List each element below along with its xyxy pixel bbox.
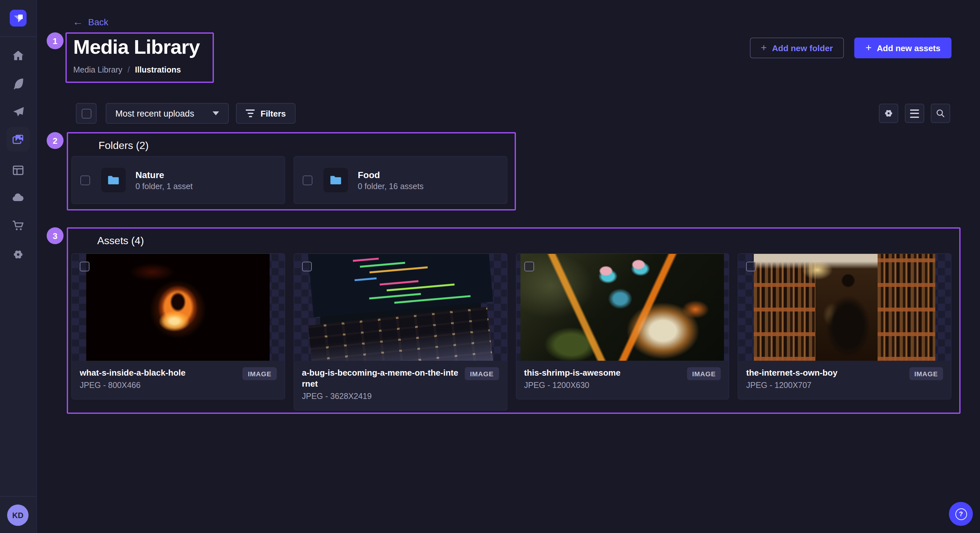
asset-type-badge: IMAGE	[465, 367, 499, 380]
sidebar-item-cloud[interactable]	[0, 190, 36, 205]
folder-checkbox[interactable]	[303, 175, 312, 185]
list-icon	[910, 109, 919, 117]
page-title: Media Library	[73, 36, 200, 59]
asset-thumbnail	[294, 254, 507, 361]
folders-section-title: Folders (2)	[99, 140, 149, 152]
asset-card-body: a-bug-is-becoming-a-meme-on-the-internet…	[294, 361, 507, 410]
sidebar-divider	[0, 36, 36, 37]
mantis-shrimp-image	[521, 254, 724, 361]
filter-icon	[246, 109, 255, 117]
media-library-page: KD ← Back Media Library Media Library / …	[0, 0, 980, 533]
sidebar-item-deploy[interactable]	[0, 104, 36, 120]
asset-thumbnail	[516, 254, 729, 361]
chevron-down-icon	[213, 111, 219, 115]
add-new-assets-button[interactable]: + Add new assets	[854, 38, 951, 58]
asset-meta: JPEG - 1200X630	[524, 381, 682, 390]
sidebar-item-content-manager[interactable]	[0, 163, 36, 178]
folder-checkbox[interactable]	[80, 175, 90, 185]
select-all-checkbox-button[interactable]	[76, 103, 97, 124]
gear-icon	[11, 247, 25, 262]
asset-type-badge: IMAGE	[909, 367, 943, 380]
sort-dropdown[interactable]: Most recent uploads	[106, 103, 229, 124]
back-label: Back	[88, 17, 108, 27]
add-folder-label: Add new folder	[772, 43, 833, 53]
sidebar-item-settings[interactable]	[0, 247, 36, 262]
folder-meta: 0 folder, 16 assets	[358, 182, 423, 191]
add-assets-label: Add new assets	[877, 43, 940, 53]
sidebar-item-marketplace[interactable]	[0, 217, 36, 233]
asset-meta: JPEG - 800X466	[80, 381, 237, 390]
user-avatar[interactable]: KD	[7, 504, 29, 526]
breadcrumb-separator: /	[127, 65, 130, 75]
list-view-button[interactable]	[905, 104, 924, 123]
question-mark-icon: ?	[955, 508, 967, 520]
asset-card-bug-meme[interactable]: a-bug-is-becoming-a-meme-on-the-internet…	[294, 253, 508, 411]
media-library-icon	[11, 132, 25, 146]
breadcrumb-parent[interactable]: Media Library	[73, 65, 122, 75]
folder-name: Nature	[135, 169, 193, 180]
asset-checkbox[interactable]	[746, 262, 756, 271]
plus-icon: +	[865, 43, 872, 53]
help-button[interactable]: ?	[949, 502, 973, 526]
asset-card-shrimp[interactable]: this-shrimp-is-awesome JPEG - 1200X630 I…	[515, 253, 730, 400]
asset-card-body: the-internet-s-own-boy JPEG - 1200X707 I…	[738, 361, 951, 399]
asset-card-body: what-s-inside-a-black-hole JPEG - 800X46…	[72, 361, 285, 399]
annotation-badge-1: 1	[47, 32, 64, 49]
asset-card-internets-own-boy[interactable]: the-internet-s-own-boy JPEG - 1200X707 I…	[738, 253, 952, 400]
strapi-logo-icon[interactable]	[10, 10, 27, 27]
back-arrow-icon: ←	[73, 17, 83, 27]
asset-title: what-s-inside-a-black-hole	[80, 367, 237, 378]
sidebar-item-content-builder[interactable]	[0, 76, 36, 91]
asset-title: a-bug-is-becoming-a-meme-on-the-internet	[302, 367, 460, 390]
home-icon	[11, 49, 25, 63]
annotation-badge-2: 2	[47, 132, 64, 149]
folder-meta: 0 folder, 1 asset	[135, 182, 193, 191]
asset-meta: JPEG - 1200X707	[746, 381, 904, 390]
annotation-badge-3: 3	[47, 227, 64, 244]
asset-title: this-shrimp-is-awesome	[524, 367, 682, 378]
folder-icon	[106, 173, 121, 187]
breadcrumb: Media Library / Illustrations	[73, 65, 181, 75]
folder-icon	[329, 173, 343, 187]
asset-checkbox[interactable]	[524, 262, 534, 271]
asset-checkbox[interactable]	[302, 262, 312, 271]
folder-card-food[interactable]: Food 0 folder, 16 assets	[294, 156, 508, 204]
view-settings-button[interactable]	[879, 104, 898, 123]
layout-icon	[11, 163, 25, 178]
asset-type-badge: IMAGE	[243, 367, 277, 380]
gear-icon	[883, 108, 894, 119]
asset-thumbnail	[738, 254, 951, 361]
folder-texts: Nature 0 folder, 1 asset	[135, 169, 193, 191]
breadcrumb-current: Illustrations	[135, 65, 181, 75]
black-hole-image	[86, 254, 270, 361]
search-icon	[935, 108, 946, 119]
back-link[interactable]: ← Back	[73, 17, 108, 27]
folder-card-nature[interactable]: Nature 0 folder, 1 asset	[71, 156, 285, 204]
assets-section-title: Assets (4)	[97, 235, 144, 247]
sidebar-bottom-divider	[0, 496, 36, 497]
strapi-glyph-icon	[10, 10, 27, 27]
add-new-folder-button[interactable]: + Add new folder	[750, 38, 844, 58]
sort-value: Most recent uploads	[115, 108, 194, 118]
feather-icon	[11, 76, 25, 90]
filters-label: Filters	[261, 108, 286, 118]
plus-icon: +	[761, 43, 767, 53]
folder-texts: Food 0 folder, 16 assets	[358, 169, 423, 191]
select-all-checkbox[interactable]	[81, 108, 91, 118]
cloud-icon	[11, 190, 25, 205]
folder-tile	[323, 168, 348, 192]
search-button[interactable]	[931, 104, 950, 123]
sidebar: KD	[0, 0, 37, 533]
asset-card-black-hole[interactable]: what-s-inside-a-black-hole JPEG - 800X46…	[71, 253, 285, 400]
folder-tile	[101, 168, 126, 192]
asset-checkbox[interactable]	[80, 262, 89, 271]
asset-title: the-internet-s-own-boy	[746, 367, 904, 378]
assets-grid: what-s-inside-a-black-hole JPEG - 800X46…	[71, 253, 951, 411]
asset-type-badge: IMAGE	[687, 367, 721, 380]
sidebar-item-media-library[interactable]	[0, 132, 36, 147]
sidebar-item-home[interactable]	[0, 48, 36, 63]
asset-meta: JPEG - 3628X2419	[302, 392, 460, 401]
cart-icon	[11, 218, 25, 233]
filters-button[interactable]: Filters	[236, 103, 296, 124]
folder-name: Food	[358, 169, 423, 180]
